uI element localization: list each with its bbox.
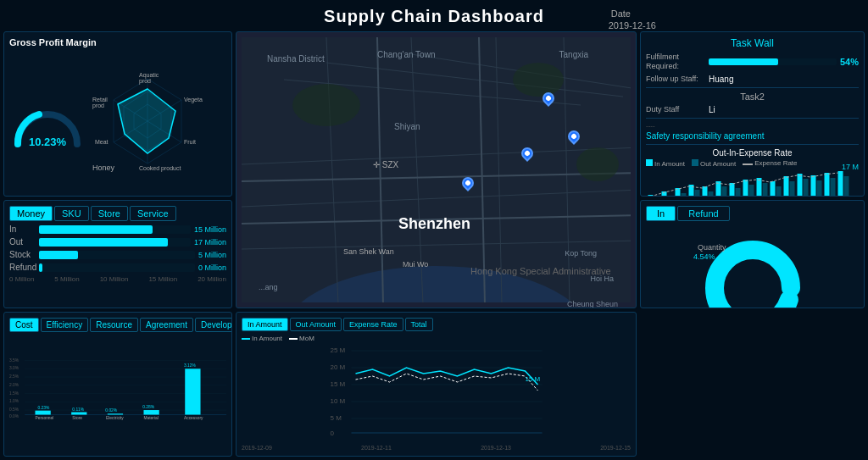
- tab-service[interactable]: Service: [130, 206, 176, 221]
- tab-store[interactable]: Store: [91, 206, 128, 221]
- svg-point-32: [292, 84, 360, 126]
- bar-track-refund: [39, 263, 195, 272]
- tab-sku[interactable]: SKU: [54, 206, 89, 221]
- cost-tab-development[interactable]: Development: [195, 318, 232, 332]
- svg-text:Electricity: Electricity: [106, 416, 124, 420]
- gross-profit-panel: Gross Profit Margin 10.23%: [3, 31, 232, 197]
- radar-chart: Aquatic prod Vegetable Fruit Cooked prod…: [92, 70, 203, 172]
- total-tab-in[interactable]: In Amount: [242, 318, 288, 331]
- divider-1: [646, 87, 859, 88]
- bar-label-stock: Stock: [9, 250, 39, 259]
- svg-text:25 M: 25 M: [331, 346, 346, 354]
- map-label-szx: ✛ SZX: [373, 160, 398, 169]
- bar-fill-out: [39, 238, 168, 247]
- svg-point-33: [513, 63, 564, 97]
- svg-text:Accessory: Accessory: [184, 416, 203, 420]
- svg-point-34: [576, 147, 619, 181]
- svg-text:10 M: 10 M: [331, 397, 346, 405]
- task2-label: Task2: [646, 91, 859, 102]
- duty-staff-value: Li: [709, 105, 715, 114]
- svg-rect-46: [722, 186, 727, 197]
- svg-rect-42: [695, 190, 700, 197]
- cost-tab-efficiency[interactable]: Efficiency: [41, 318, 89, 332]
- svg-rect-50: [749, 185, 754, 197]
- svg-rect-44: [709, 191, 714, 197]
- tab-money[interactable]: Money: [9, 206, 53, 221]
- bar-track-stock: [39, 251, 195, 259]
- total-tabs: In Amount Out Amount Expense Rate Total: [242, 318, 631, 331]
- svg-text:3.12%: 3.12%: [184, 363, 196, 368]
- bar-row-refund: Refund 0 Million: [9, 263, 226, 272]
- svg-text:2.5%: 2.5%: [9, 374, 19, 379]
- svg-text:0.0%: 0.0%: [9, 414, 19, 418]
- svg-text:prod: prod: [92, 103, 104, 109]
- svg-text:0: 0: [331, 430, 335, 437]
- map-label-kaikung: Kai Kung Leng: [462, 307, 512, 308]
- svg-rect-53: [771, 181, 776, 197]
- map-label-ang: ...ang: [259, 283, 278, 291]
- svg-text:Retail: Retail: [92, 97, 108, 103]
- svg-point-67: [715, 250, 791, 308]
- donut-tabs: In Refund: [646, 206, 859, 221]
- map-label-sanshexwan: San Shek Wan: [343, 247, 394, 256]
- map-label-shiyan: Shiyan: [394, 122, 420, 131]
- bar-track-out: [39, 238, 191, 247]
- total-tab-total[interactable]: Total: [405, 318, 433, 331]
- line-chart-svg: 25 M 20 M 15 M 10 M 5 M 0: [242, 344, 631, 441]
- svg-rect-60: [817, 180, 822, 197]
- cost-tab-resource[interactable]: Resource: [90, 318, 138, 332]
- duty-staff-label: Duty Staff: [646, 105, 705, 114]
- followup-value: Huang: [709, 75, 733, 84]
- total-tab-expense[interactable]: Expense Rate: [343, 318, 403, 331]
- svg-rect-58: [804, 179, 809, 197]
- divider-2: [646, 118, 859, 119]
- date-label: Date: [611, 8, 631, 19]
- cost-tab-cost[interactable]: Cost: [9, 318, 39, 332]
- svg-rect-61: [825, 173, 830, 197]
- map-roads-svg: [242, 37, 631, 302]
- svg-text:1.0%: 1.0%: [9, 400, 19, 404]
- svg-rect-63: [838, 171, 843, 197]
- svg-rect-47: [730, 183, 735, 197]
- cost-tabs: Cost Efficiency Resource Agreement Devel…: [9, 318, 226, 332]
- safety-link[interactable]: Safety responsibility agreement: [646, 131, 859, 141]
- map-label-cheunsheun: Cheung Sheun: [567, 300, 618, 308]
- donut-svg: Quantity 4.54% Quality 95.16%: [685, 224, 821, 308]
- svg-rect-43: [703, 186, 708, 197]
- svg-rect-57: [798, 174, 803, 197]
- svg-rect-101: [185, 369, 200, 414]
- svg-text:0.28%: 0.28%: [142, 405, 154, 409]
- map-label-changantown: Chang'an Town: [377, 50, 435, 59]
- expense-bar-chart: [646, 169, 859, 197]
- donut-tab-in[interactable]: In: [646, 206, 676, 221]
- map-label-north: Nansha District: [267, 54, 325, 64]
- map-city-label: Shenzhen: [398, 215, 470, 233]
- date-value: 2019-12-16: [609, 20, 656, 30]
- svg-text:0.23%: 0.23%: [38, 406, 50, 410]
- expense-rate-title: Out-In-Expense Rate: [646, 148, 859, 158]
- svg-text:Cooked product: Cooked product: [139, 165, 181, 172]
- cost-tab-agreement[interactable]: Agreement: [140, 318, 193, 332]
- svg-rect-49: [743, 180, 748, 197]
- svg-rect-40: [682, 193, 687, 197]
- total-tab-out[interactable]: Out Amount: [290, 318, 342, 331]
- bar-track-in: [39, 225, 191, 234]
- bar-row-stock: Stock 5 Million: [9, 250, 226, 259]
- svg-text:Vegetable: Vegetable: [184, 97, 203, 103]
- svg-rect-56: [790, 181, 795, 197]
- svg-text:Personnel: Personnel: [35, 416, 53, 420]
- bar-val-out: 17 Million: [194, 238, 226, 247]
- main-bar-chart: In 15 Million Out 17 Million Stock: [9, 224, 226, 283]
- svg-rect-62: [831, 178, 836, 197]
- svg-rect-55: [784, 176, 789, 197]
- bar-label-refund: Refund: [9, 263, 39, 272]
- map-label-koptong: Kop Tong: [565, 249, 597, 258]
- progress-track: [709, 58, 837, 65]
- cost-bar-svg: 3.5% 3.0% 2.5% 2.0% 1.5% 1.0% 0.5% 0.0%: [9, 335, 226, 437]
- total-legend: In Amount MoM: [242, 335, 631, 342]
- svg-text:3.5%: 3.5%: [9, 358, 19, 363]
- svg-text:Fruit: Fruit: [184, 139, 196, 145]
- svg-text:4.54%: 4.54%: [693, 252, 715, 261]
- divider-3: [646, 144, 859, 145]
- donut-tab-refund[interactable]: Refund: [677, 206, 729, 221]
